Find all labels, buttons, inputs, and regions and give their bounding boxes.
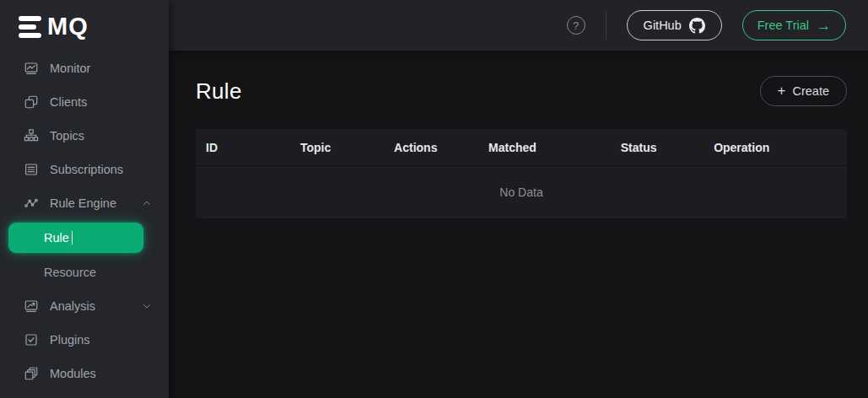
sidebar-item-monitor[interactable]: Monitor <box>0 51 169 85</box>
column-header-id: ID <box>196 141 290 154</box>
sidebar-item-label: Topics <box>50 129 84 143</box>
create-button-label: Create <box>792 84 829 98</box>
arrow-right-icon: → <box>817 19 831 33</box>
column-header-actions: Actions <box>384 141 478 154</box>
emq-logo[interactable]: MQ <box>0 0 169 50</box>
column-header-matched: Matched <box>478 141 611 154</box>
help-icon[interactable]: ? <box>567 16 585 35</box>
sidebar-item-plugins[interactable]: Plugins <box>0 323 169 357</box>
sidebar-item-analysis[interactable]: Analysis <box>0 289 169 323</box>
clients-icon <box>24 94 39 110</box>
sidebar-item-rule[interactable]: Rule <box>8 223 143 253</box>
page-title: Rule <box>196 78 242 105</box>
sidebar-item-label: Analysis <box>50 299 95 313</box>
header-divider <box>606 11 607 40</box>
top-header: ? GitHub Free Trial → <box>169 0 868 51</box>
free-trial-label: Free Trial <box>757 19 809 32</box>
subscriptions-icon <box>24 162 39 177</box>
sidebar-item-clients[interactable]: Clients <box>0 85 169 119</box>
sidebar-item-label: Clients <box>50 95 87 109</box>
rule-engine-icon <box>24 196 39 211</box>
sidebar-item-label: Resource <box>44 266 96 279</box>
rules-table: ID Topic Actions Matched Status Operatio… <box>196 129 847 218</box>
sidebar-item-label: Monitor <box>50 62 90 75</box>
create-button[interactable]: + Create <box>760 76 847 106</box>
sidebar-item-label: Rule <box>44 231 69 245</box>
sidebar-item-label: Plugins <box>50 333 90 347</box>
github-button-label: GitHub <box>644 19 682 32</box>
text-cursor <box>72 231 73 245</box>
sidebar-item-label: Subscriptions <box>50 163 123 176</box>
sidebar-item-resource[interactable]: Resource <box>0 255 169 289</box>
sidebar-menu: Monitor Clients Topics Subscriptions <box>0 50 169 390</box>
sidebar: MQ Monitor Clients Topics <box>0 0 169 398</box>
sidebar-item-rule-engine[interactable]: Rule Engine <box>0 186 169 220</box>
emq-logo-text: MQ <box>47 14 89 39</box>
column-header-status: Status <box>611 141 704 154</box>
no-data-text: No Data <box>499 186 542 199</box>
column-header-operation: Operation <box>704 141 847 154</box>
github-button[interactable]: GitHub <box>627 10 722 40</box>
chevron-down-icon <box>142 301 152 311</box>
sidebar-item-subscriptions[interactable]: Subscriptions <box>0 153 169 186</box>
github-octocat-icon <box>689 18 705 34</box>
plugins-icon <box>24 332 39 347</box>
sidebar-item-topics[interactable]: Topics <box>0 119 169 153</box>
app-window: MQ Monitor Clients Topics <box>0 0 868 398</box>
free-trial-button[interactable]: Free Trial → <box>742 10 846 40</box>
chevron-up-icon <box>142 198 152 208</box>
table-header-row: ID Topic Actions Matched Status Operatio… <box>196 129 847 166</box>
main-content: Rule + Create ID Topic Actions Matched S… <box>169 51 868 398</box>
analysis-icon <box>24 298 39 314</box>
sidebar-item-label: Modules <box>50 367 96 380</box>
sidebar-item-label: Rule Engine <box>50 196 116 210</box>
sidebar-item-modules[interactable]: Modules <box>0 357 169 390</box>
column-header-topic: Topic <box>290 141 384 154</box>
table-empty-state: No Data <box>196 166 847 218</box>
plus-icon: + <box>778 83 786 100</box>
emq-logo-mark <box>19 16 41 38</box>
monitor-icon <box>24 61 39 76</box>
modules-icon <box>24 366 39 381</box>
topics-icon <box>24 128 39 143</box>
